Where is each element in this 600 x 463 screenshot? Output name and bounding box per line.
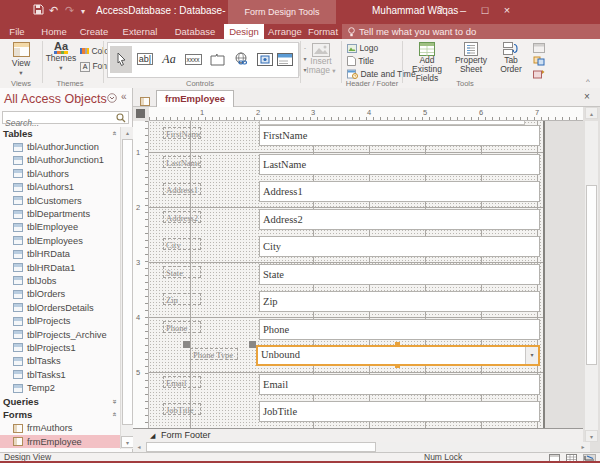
field-textbox-address1[interactable]: Address1: [259, 181, 540, 202]
nav-item-table[interactable]: Temp2: [0, 381, 120, 394]
form-design-grid[interactable]: FirstName FirstName LastName LastName Ad…: [149, 121, 545, 428]
tab-create[interactable]: Create: [76, 24, 112, 39]
field-label-jobtitle[interactable]: JobTitle: [163, 403, 201, 415]
nav-item-table[interactable]: tblOrdersDetails: [0, 301, 120, 314]
field-textbox-firstname[interactable]: FirstName: [259, 125, 540, 146]
design-horizontal-scrollbar[interactable]: ◂ ▸: [133, 442, 590, 452]
collapse-ribbon-icon[interactable]: ^: [586, 77, 590, 86]
horizontal-scrollbar-thumb[interactable]: [146, 442, 376, 452]
form-selector-box[interactable]: [136, 109, 145, 118]
search-icon[interactable]: [116, 113, 126, 123]
nav-item-table[interactable]: tblTasks: [0, 355, 120, 368]
property-sheet-button[interactable]: Property Sheet: [451, 42, 491, 74]
qat-customize-icon[interactable]: ▾: [81, 7, 85, 16]
nav-item-table[interactable]: tblHRData: [0, 248, 120, 261]
label-move-handle[interactable]: [183, 341, 190, 348]
nav-item-table[interactable]: tblProjects1: [0, 341, 120, 354]
field-label-phone[interactable]: Phone: [163, 321, 201, 333]
tab-database-tools[interactable]: Database Tools: [166, 24, 224, 39]
nav-item-table[interactable]: tblAuthors1: [0, 181, 120, 194]
field-label-city[interactable]: City: [163, 238, 201, 250]
field-textbox-jobtitle[interactable]: JobTitle: [259, 401, 540, 422]
nav-item-table[interactable]: tblProjects: [0, 314, 120, 327]
scroll-up-icon[interactable]: ▴: [585, 107, 598, 119]
scroll-right-icon[interactable]: ▸: [577, 442, 589, 452]
horizontal-ruler[interactable]: 1 2 3 4 5 6 7: [149, 107, 583, 121]
themes-button[interactable]: Aa Themes ▾: [45, 42, 77, 72]
select-pointer-control[interactable]: [110, 46, 132, 73]
tab-arrange[interactable]: Arrange: [265, 24, 305, 39]
field-label-address2[interactable]: Address2: [163, 211, 201, 223]
field-textbox-zip[interactable]: Zip: [259, 291, 540, 312]
label-control[interactable]: Aa: [158, 46, 180, 73]
nav-item-table[interactable]: tblCustomers: [0, 194, 120, 207]
view-code-button[interactable]: [533, 56, 545, 66]
redo-icon[interactable]: ↷: [65, 4, 74, 17]
nav-pane-title[interactable]: All Access Objects: [4, 92, 107, 106]
scroll-left-icon[interactable]: ◂: [133, 442, 145, 452]
shutter-close-icon[interactable]: «: [121, 91, 127, 102]
field-label-state[interactable]: State: [163, 266, 201, 278]
design-vertical-scrollbar[interactable]: [585, 121, 598, 430]
save-icon[interactable]: [33, 4, 44, 15]
field-label-address1[interactable]: Address1: [163, 183, 201, 195]
nav-item-form-selected[interactable]: frmEmployee: [0, 435, 120, 448]
tab-file[interactable]: File: [2, 24, 32, 39]
nav-scrollbar-thumb[interactable]: [122, 139, 133, 425]
navigation-control[interactable]: [254, 46, 276, 73]
subform-new-window-button[interactable]: [533, 43, 545, 53]
combobox-control[interactable]: [274, 46, 296, 73]
resize-handle-bottom[interactable]: [395, 364, 400, 368]
combo-move-handle[interactable]: [249, 341, 256, 348]
vertical-ruler[interactable]: 1 2 3 4 5: [133, 121, 149, 428]
field-textbox-address2[interactable]: Address2: [259, 209, 540, 230]
nav-item-table[interactable]: tblJobs: [0, 274, 120, 287]
combobox-dropdown-button[interactable]: ▾: [525, 347, 538, 364]
form-right-edge[interactable]: [543, 121, 545, 428]
nav-menu-icon[interactable]: [107, 93, 117, 103]
field-label-lastname[interactable]: LastName: [163, 156, 201, 168]
phone-type-combobox-selected[interactable]: Unbound ▾: [256, 345, 540, 366]
field-textbox-city[interactable]: City: [259, 236, 540, 257]
field-label-firstname[interactable]: FirstName: [163, 127, 201, 139]
minimize-button[interactable]: –: [455, 4, 471, 16]
nav-item-table[interactable]: tblAuthorJunction: [0, 140, 120, 153]
add-existing-fields-button[interactable]: Add Existing Fields: [405, 42, 449, 83]
tab-home[interactable]: Home: [36, 24, 72, 39]
nav-item-table[interactable]: tblOrders: [0, 288, 120, 301]
vertical-scrollbar-thumb[interactable]: [586, 185, 597, 365]
help-button[interactable]: ?: [432, 4, 448, 16]
document-tab-frmemployee[interactable]: frmEmployee: [156, 90, 234, 107]
button-control[interactable]: xxxx: [182, 46, 204, 73]
tellme-box[interactable]: Tell me what you want to do: [342, 24, 600, 39]
textbox-control[interactable]: ab|: [134, 46, 156, 73]
undo-icon[interactable]: ↶: [49, 4, 58, 17]
nav-item-table[interactable]: tblTasks1: [0, 368, 120, 381]
field-textbox-phone[interactable]: Phone: [259, 319, 540, 340]
field-textbox-email[interactable]: Email: [259, 374, 540, 395]
scroll-down-icon[interactable]: ▾: [585, 430, 598, 442]
close-button[interactable]: ×: [499, 4, 515, 16]
title-button[interactable]: Title: [347, 56, 374, 66]
tab-control[interactable]: [206, 46, 228, 73]
insert-image-button[interactable]: Insert Image ▾: [303, 43, 339, 75]
nav-item-table[interactable]: tblProjects_Archive: [0, 328, 120, 341]
view-button[interactable]: View ▾: [7, 42, 35, 77]
form-footer-section-bar[interactable]: ◢ Form Footer: [133, 428, 583, 442]
nav-item-table[interactable]: tblAuthors: [0, 167, 120, 180]
resize-handle-top[interactable]: [395, 342, 400, 346]
close-document-icon[interactable]: ×: [584, 91, 590, 102]
tab-external-data[interactable]: External Data: [113, 24, 167, 39]
nav-section-forms[interactable]: Forms«: [0, 408, 120, 421]
field-label-phone-type[interactable]: Phone Type: [190, 348, 238, 360]
nav-section-tables[interactable]: Tables«: [0, 127, 120, 140]
tab-format[interactable]: Format: [304, 24, 342, 39]
field-label-email[interactable]: Email: [163, 376, 201, 388]
field-textbox-state[interactable]: State: [259, 264, 540, 285]
field-label-zip[interactable]: Zip: [163, 293, 201, 305]
hyperlink-control[interactable]: [230, 46, 252, 73]
nav-item-form[interactable]: frmAuthors: [0, 422, 120, 435]
nav-item-table[interactable]: tblEmployees: [0, 234, 120, 247]
field-textbox-lastname[interactable]: LastName: [259, 154, 540, 175]
nav-scrollbar[interactable]: ▴ ▾: [120, 127, 133, 449]
